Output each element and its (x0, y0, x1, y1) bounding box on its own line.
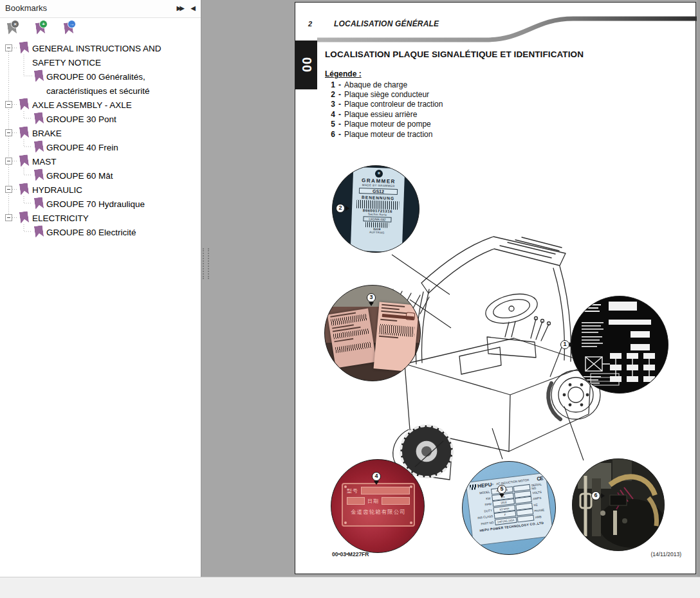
bookmark-item-mast[interactable]: MAST (32, 155, 172, 169)
window-right-edge (697, 0, 700, 577)
page-navigation-toolbar: 17 / 262 ← → (0, 577, 700, 598)
ce-mark: CE (537, 475, 543, 482)
expander-toggle[interactable] (5, 214, 12, 221)
callout-badge-1: 1 (560, 340, 569, 349)
bookmark-flag-icon[interactable] (33, 225, 45, 239)
bookmark-item-axle-assembly[interactable]: AXLE ASSEMBLY - AXLE (32, 98, 172, 113)
bookmark-ribbon (19, 211, 29, 224)
bookmark-item-hydraulic[interactable]: HYDRAULIC (32, 183, 172, 197)
page-number: 2 (308, 20, 312, 28)
callout-pointer (369, 302, 374, 306)
grammer-lfdnr: LFDNR.032 (363, 216, 391, 222)
bookmark-flag-icon[interactable] (19, 183, 30, 196)
page-title: LOCALISATION PLAQUE SIGNALÉTIQUE ET IDEN… (325, 50, 584, 59)
bookmark-flag-icon[interactable] (33, 69, 45, 83)
bookmark-ribbon (34, 225, 44, 238)
panel-collapse-icon[interactable]: ◀ (190, 5, 196, 12)
bookmark-flag-icon[interactable] (19, 154, 30, 168)
bookmark-item-groupe-30[interactable]: GROUPE 30 Pont (46, 113, 180, 127)
bookmark-ribbon (19, 98, 29, 111)
legend-item: 1-Abaque de charge (329, 80, 443, 89)
running-header: LOCALISATION GÉNÉRALE (334, 19, 439, 28)
callout-badge-4: 4 (372, 472, 381, 481)
legend-num: 1 (329, 80, 335, 89)
label-text-line (334, 338, 353, 343)
legend-text: Abaque de charge (344, 80, 407, 89)
hepu-cell: HZ (532, 502, 546, 507)
legend-item: 4-Plaque essieu arrière (329, 109, 443, 119)
legend-num: 4 (329, 110, 335, 119)
bookmark-item-groupe-00[interactable]: GROUPE 00 Généralités, caractéristiques … (46, 70, 180, 98)
callout-photo-load-chart (571, 296, 668, 394)
bookmark-ribbon (34, 140, 44, 153)
legend-dash: - (335, 120, 344, 129)
bookmark-flag-icon[interactable] (19, 211, 30, 224)
bookmark-item-groupe-70[interactable]: GROUPE 70 Hydraulique (46, 197, 180, 212)
bookmark-ribbon (19, 183, 29, 195)
app-window: { "bookmarks": { "title": "Bookmarks", "… (0, 0, 700, 598)
goto-bookmark-icon[interactable]: → (63, 22, 75, 35)
bookmark-item-groupe-80[interactable]: GROUPE 80 Electricité (46, 226, 180, 240)
expander-toggle[interactable] (5, 44, 12, 51)
axle-date-label: 日期 (367, 498, 379, 505)
screw-dot (410, 521, 412, 524)
expander-toggle[interactable] (5, 186, 12, 193)
expander-toggle[interactable] (5, 158, 12, 165)
axle-date-box (347, 497, 365, 505)
legend-text: Plaque essieu arrière (344, 110, 417, 119)
load-chart-graphic (571, 296, 668, 394)
legend-dash: - (335, 80, 344, 89)
panel-options-icon[interactable]: ▶▶ (177, 5, 183, 12)
bookmark-item-groupe-40[interactable]: GROUPE 40 Frein (46, 141, 180, 155)
legend-text: Plaque siège conducteur (344, 90, 429, 99)
bookmark-ribbon (34, 69, 44, 82)
barcode (335, 341, 372, 353)
legend-list: 1-Abaque de charge 2-Plaque siège conduc… (329, 80, 443, 139)
legend-text: Plaque controleur de traction (344, 100, 443, 109)
legend-dash: - (335, 130, 344, 139)
bookmark-item-brake[interactable]: BRAKE (32, 127, 172, 141)
legend-item: 2-Plaque siège conducteur (329, 89, 443, 99)
barcode (379, 324, 414, 338)
hepu-cell: PHASE (533, 508, 546, 513)
callout-pointer (569, 342, 573, 347)
bookmark-flag-icon[interactable] (33, 140, 45, 154)
doc-date-footer: (14/11/2013) (650, 551, 681, 557)
delete-bookmark-icon[interactable]: × (6, 22, 18, 35)
legend-dash: - (335, 90, 344, 99)
axle-plate-row: 型号 (347, 487, 410, 494)
expander-toggle[interactable] (5, 129, 12, 136)
bookmark-flag-icon[interactable] (19, 41, 30, 55)
bookmark-flag-icon[interactable] (33, 197, 45, 210)
bookmark-item-general-instructions[interactable]: GENERAL INSTRUCTIONS AND SAFETY NOTICE (32, 42, 172, 70)
callout-photo-traction-motor (572, 458, 665, 551)
legend-num: 5 (329, 120, 335, 129)
bookmark-flag-icon[interactable] (19, 98, 30, 111)
callout-badge-3: 3 (367, 293, 376, 302)
panel-splitter-grip[interactable] (203, 248, 209, 279)
expander-toggle[interactable] (5, 101, 12, 108)
bookmark-flag-icon[interactable] (33, 168, 45, 182)
callout-badge-5: 5 (497, 485, 506, 494)
traction-motor-graphic (573, 459, 665, 551)
legend-item: 3-Plaque controleur de traction (329, 100, 443, 109)
label-text-line (380, 319, 397, 322)
bookmark-item-electricity[interactable]: ELECTRICITY (32, 212, 172, 226)
legend-item: 5-Plaque moteur de pompe (329, 120, 443, 129)
callout-pointer (601, 493, 605, 498)
grammer-logo-icon: ✶ (375, 170, 383, 177)
axle-date-box2 (382, 497, 410, 505)
new-bookmark-icon[interactable]: + (35, 22, 46, 35)
section-tab-label: 00 (299, 57, 314, 73)
legend-heading: Légende : (325, 69, 362, 78)
hepu-logo-icon (470, 484, 477, 490)
screw-dot (344, 521, 347, 524)
bookmark-item-groupe-60[interactable]: GROUPE 60 Mât (46, 169, 180, 183)
bookmarks-panel-title: Bookmarks (5, 3, 47, 13)
hepu-cell: VOLTS (531, 490, 544, 495)
legend-num: 3 (329, 100, 335, 109)
label-text-line (379, 336, 398, 339)
hepu-reg: ® (492, 483, 494, 486)
bookmark-flag-icon[interactable] (33, 112, 45, 125)
bookmark-flag-icon[interactable] (19, 126, 30, 140)
